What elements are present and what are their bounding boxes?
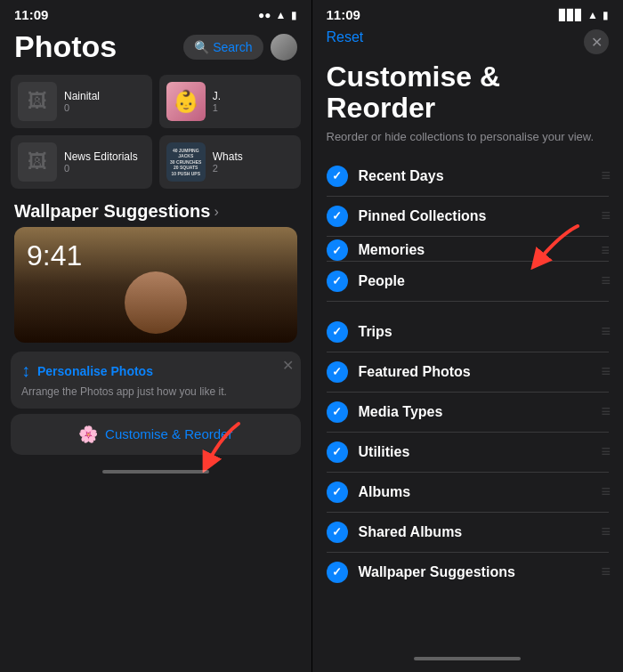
customise-reorder-button[interactable]: 🌸 Customise & Reorder (11, 414, 301, 455)
collection-item-trips[interactable]: ✓ Trips ≡ (327, 312, 610, 352)
wallpaper-section-header[interactable]: Wallpaper Suggestions › (0, 192, 312, 227)
drag-handle-icon[interactable]: ≡ (601, 206, 609, 225)
wallpaper-preview[interactable]: 9:41 (14, 227, 297, 343)
jj-text: 40 JUMPING JACKS30 CRUNCHES20 SQUATS10 P… (168, 148, 204, 177)
collection-item-media[interactable]: ✓ Media Types ≡ (327, 393, 610, 433)
check-icon: ✓ (332, 365, 342, 378)
album-grid: 🖼 Nainital 0 👶 J. 1 🖼 News Editorials (0, 71, 312, 192)
drag-handle-icon[interactable]: ≡ (601, 362, 609, 381)
customise-controls: Reset ✕ (312, 26, 624, 61)
drag-handle-icon[interactable]: ≡ (601, 522, 609, 541)
album-name: Nainital (64, 90, 145, 102)
page-title: Photos (14, 29, 117, 64)
status-icons-left: ●● ▲ ▮ (258, 9, 296, 21)
customise-button-wrap: 🌸 Customise & Reorder (11, 414, 301, 455)
checkbox-recent-days[interactable]: ✓ (327, 166, 348, 187)
album-item-nainital[interactable]: 🖼 Nainital 0 (11, 75, 152, 128)
album-count: 0 (64, 163, 145, 174)
reset-button[interactable]: Reset (327, 29, 364, 45)
red-arrow-left (194, 419, 247, 473)
check-icon: ✓ (332, 485, 342, 498)
checkbox-pinned[interactable]: ✓ (327, 206, 348, 227)
banner-description: Arrange the Photos app just how you like… (21, 385, 290, 400)
collection-list: ✓ Recent Days ≡ ✓ Pinned Collections ≡ (312, 157, 624, 645)
album-thumb-whats: 40 JUMPING JACKS30 CRUNCHES20 SQUATS10 P… (166, 142, 206, 182)
checkbox-memories[interactable]: ✓ (327, 239, 348, 261)
drag-handle-icon[interactable]: ≡ (601, 442, 609, 461)
album-count: 1 (213, 102, 294, 113)
collection-item-recent-days[interactable]: ✓ Recent Days ≡ (327, 157, 610, 197)
time-right: 11:09 (327, 7, 360, 22)
collection-label: Recent Days (359, 168, 591, 184)
album-info-j: J. 1 (213, 90, 294, 113)
checkbox-shared[interactable]: ✓ (327, 522, 348, 543)
header-right: 🔍 Search (183, 34, 296, 61)
album-name: News Editorials (64, 150, 145, 163)
collection-item-featured[interactable]: ✓ Featured Photos ≡ (327, 352, 610, 393)
album-thumb-news: 🖼 (18, 142, 57, 182)
battery-icon-right: ▮ (603, 9, 609, 21)
album-item-whats[interactable]: 40 JUMPING JACKS30 CRUNCHES20 SQUATS10 P… (159, 135, 301, 189)
drag-handle-icon[interactable]: ≡ (601, 166, 609, 185)
check-icon: ✓ (332, 209, 342, 223)
drag-handle-icon[interactable]: ≡ (601, 241, 609, 260)
drag-handle-icon[interactable]: ≡ (601, 482, 609, 501)
collection-label: Wallpaper Suggestions (359, 564, 591, 580)
checkbox-albums[interactable]: ✓ (327, 482, 348, 503)
checkbox-featured[interactable]: ✓ (327, 361, 348, 383)
photo-icon: 🖼 (28, 150, 47, 174)
home-indicator-left (0, 462, 312, 482)
avatar[interactable] (271, 34, 297, 61)
collection-item-wallpaper[interactable]: ✓ Wallpaper Suggestions ≡ (327, 553, 610, 592)
album-info-news: News Editorials 0 (64, 150, 145, 174)
album-count: 2 (213, 163, 294, 174)
customise-title: Customise & Reorder (312, 61, 624, 129)
wifi-icon-right: ▲ (587, 9, 598, 21)
signal-icon: ●● (258, 9, 271, 21)
collection-label: Utilities (359, 444, 591, 460)
chevron-right-icon: › (214, 204, 218, 220)
wallpaper-person (125, 271, 187, 334)
collection-label: People (359, 273, 591, 289)
album-name: Whats (213, 150, 294, 163)
check-icon: ✓ (332, 325, 342, 338)
close-button[interactable]: ✕ (584, 29, 609, 54)
collection-item-utilities[interactable]: ✓ Utilities ≡ (327, 433, 610, 473)
album-name: J. (213, 90, 294, 102)
status-bar-right: 11:09 ▊▊▊ ▲ ▮ (312, 0, 624, 26)
drag-handle-icon[interactable]: ≡ (601, 271, 609, 290)
drag-handle-icon[interactable]: ≡ (601, 402, 609, 421)
album-thumb-nainital: 🖼 (18, 82, 57, 121)
photos-icon: 🌸 (78, 425, 98, 444)
collection-item-albums[interactable]: ✓ Albums ≡ (327, 473, 610, 513)
album-info-whats: Whats 2 (213, 150, 294, 174)
close-banner-button[interactable]: ✕ (282, 359, 294, 373)
check-icon: ✓ (332, 405, 342, 418)
checkbox-utilities[interactable]: ✓ (327, 441, 348, 463)
checkbox-wallpaper[interactable]: ✓ (327, 562, 348, 583)
checkbox-media[interactable]: ✓ (327, 401, 348, 423)
checkbox-trips[interactable]: ✓ (327, 321, 348, 343)
photos-header: Photos 🔍 Search (0, 26, 312, 71)
check-icon: ✓ (332, 274, 342, 287)
album-item-news[interactable]: 🖼 News Editorials 0 (11, 135, 152, 189)
drag-handle-icon[interactable]: ≡ (601, 563, 609, 581)
swap-icon: ↕ (21, 360, 30, 381)
collection-item-shared[interactable]: ✓ Shared Albums ≡ (327, 513, 610, 553)
search-button[interactable]: 🔍 Search (183, 35, 263, 60)
album-thumb-j: 👶 (166, 82, 206, 121)
drag-handle-icon[interactable]: ≡ (601, 322, 609, 341)
collection-item-pinned[interactable]: ✓ Pinned Collections ≡ (327, 197, 610, 237)
banner-top: ↕ Personalise Photos (21, 360, 290, 381)
album-item-j[interactable]: 👶 J. 1 (159, 75, 301, 128)
collection-label: Featured Photos (359, 364, 591, 380)
album-count: 0 (64, 102, 145, 113)
status-icons-right: ▊▊▊ ▲ ▮ (559, 9, 609, 21)
red-arrow-right (529, 222, 582, 271)
home-bar (102, 470, 209, 474)
check-icon: ✓ (332, 169, 342, 182)
home-indicator-right (312, 645, 624, 672)
checkbox-people[interactable]: ✓ (327, 271, 348, 292)
home-bar (414, 657, 521, 660)
personalise-banner: ✕ ↕ Personalise Photos Arrange the Photo… (11, 352, 301, 409)
